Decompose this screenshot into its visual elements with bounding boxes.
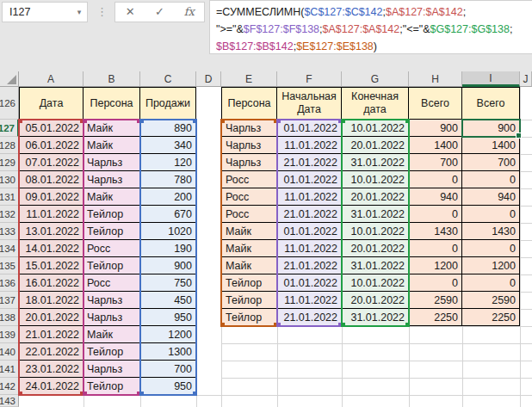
cell-F135[interactable]: 21.01.2022 <box>277 257 342 274</box>
cell-B127[interactable]: Майк <box>84 120 140 137</box>
row-header-139[interactable]: 139 <box>0 326 19 343</box>
column-header-H[interactable]: H <box>409 71 462 87</box>
row-header-135[interactable]: 135 <box>0 257 19 274</box>
cell-A138[interactable]: 20.01.2022 <box>19 309 84 326</box>
cell-B138[interactable]: Чарльз <box>84 309 140 326</box>
cell-H136[interactable]: 0 <box>409 274 462 292</box>
cell-F128[interactable]: 11.01.2022 <box>277 137 342 154</box>
cell-H126[interactable]: Всего <box>409 87 462 120</box>
cell-F133[interactable]: 01.01.2022 <box>277 223 342 240</box>
cell-B140[interactable]: Тейлор <box>84 343 140 361</box>
cell-F136[interactable]: 01.01.2022 <box>277 274 342 292</box>
cell-G132[interactable]: 31.01.2022 <box>342 206 409 223</box>
cell-C140[interactable]: 1300 <box>140 343 196 361</box>
row-header-138[interactable]: 138 <box>0 309 19 326</box>
cell-F129[interactable]: 21.01.2022 <box>277 154 342 171</box>
cell-C134[interactable]: 190 <box>140 240 196 257</box>
row-header-137[interactable]: 137 <box>0 292 19 309</box>
row-header-140[interactable]: 140 <box>0 343 19 361</box>
cell-C136[interactable]: 750 <box>140 274 196 292</box>
cell-B129[interactable]: Чарльз <box>84 154 140 171</box>
cell-B128[interactable]: Майк <box>84 137 140 154</box>
column-header-D[interactable]: D <box>196 71 221 87</box>
cell-C138[interactable]: 950 <box>140 309 196 326</box>
cancel-icon[interactable]: ✕ <box>117 3 143 22</box>
formula-input[interactable]: =СУММЕСЛИМН($C$127:$C$142;$A$127:$A$142;… <box>209 0 532 54</box>
cell-A134[interactable]: 14.01.2022 <box>19 240 84 257</box>
column-header-E[interactable]: E <box>221 71 277 87</box>
cell-G133[interactable]: 10.01.2022 <box>342 223 409 240</box>
column-header-C[interactable]: C <box>140 71 196 87</box>
cell-G134[interactable]: 20.01.2022 <box>342 240 409 257</box>
cell-B137[interactable]: Чарльз <box>84 292 140 309</box>
cell-F132[interactable]: 21.01.2022 <box>277 206 342 223</box>
cell-I128[interactable]: 1400 <box>462 137 520 154</box>
column-header-G[interactable]: G <box>342 71 409 87</box>
enter-icon[interactable]: ✓ <box>146 3 172 22</box>
cell-E130[interactable]: Росс <box>221 171 277 188</box>
row-header-131[interactable]: 131 <box>0 188 19 206</box>
row-header-136[interactable]: 136 <box>0 274 19 292</box>
cell-C139[interactable]: 1200 <box>140 326 196 343</box>
name-box-dropdown-icon[interactable]: ▾ <box>71 8 87 16</box>
cell-C132[interactable]: 670 <box>140 206 196 223</box>
cell-F131[interactable]: 11.01.2022 <box>277 188 342 206</box>
cell-F130[interactable]: 01.01.2022 <box>277 171 342 188</box>
row-header-134[interactable]: 134 <box>0 240 19 257</box>
cell-C126[interactable]: Продажи <box>140 87 196 120</box>
cell-C128[interactable]: 340 <box>140 137 196 154</box>
row-header-130[interactable]: 130 <box>0 171 19 188</box>
cell-A131[interactable]: 09.01.2022 <box>19 188 84 206</box>
cell-E136[interactable]: Тейлор <box>221 274 277 292</box>
cell-B126[interactable]: Персона <box>84 87 140 120</box>
cell-C135[interactable]: 900 <box>140 257 196 274</box>
cell-G130[interactable]: 10.01.2022 <box>342 171 409 188</box>
cell-H132[interactable]: 0 <box>409 206 462 223</box>
cell-H130[interactable]: 0 <box>409 171 462 188</box>
cell-F138[interactable]: 21.01.2022 <box>277 309 342 326</box>
row-header-132[interactable]: 132 <box>0 206 19 223</box>
cell-E137[interactable]: Тейлор <box>221 292 277 309</box>
cell-A136[interactable]: 16.01.2022 <box>19 274 84 292</box>
row-header-127[interactable]: 127 <box>0 120 19 137</box>
cell-I131[interactable]: 940 <box>462 188 520 206</box>
cell-I129[interactable]: 700 <box>462 154 520 171</box>
cell-H127[interactable]: 900 <box>409 120 462 137</box>
cell-A130[interactable]: 08.01.2022 <box>19 171 84 188</box>
cell-F126[interactable]: Начальная Дата <box>277 87 342 120</box>
cell-B141[interactable]: Чарльз <box>84 361 140 378</box>
cell-H135[interactable]: 1200 <box>409 257 462 274</box>
cell-A140[interactable]: 22.01.2022 <box>19 343 84 361</box>
cell-I132[interactable]: 0 <box>462 206 520 223</box>
row-header-142[interactable]: 142 <box>0 378 19 395</box>
cell-A142[interactable]: 24.01.2022 <box>19 378 84 395</box>
name-box[interactable]: I127 ▾ <box>2 2 88 22</box>
cell-I130[interactable]: 0 <box>462 171 520 188</box>
cell-C131[interactable]: 200 <box>140 188 196 206</box>
cell-A135[interactable]: 15.01.2022 <box>19 257 84 274</box>
cell-B139[interactable]: Майк <box>84 326 140 343</box>
cell-F134[interactable]: 11.01.2022 <box>277 240 342 257</box>
select-all-button[interactable] <box>0 71 19 87</box>
row-header-133[interactable]: 133 <box>0 223 19 240</box>
cell-E131[interactable]: Росс <box>221 188 277 206</box>
cell-A133[interactable]: 13.01.2022 <box>19 223 84 240</box>
cell-C130[interactable]: 780 <box>140 171 196 188</box>
cell-G129[interactable]: 31.01.2022 <box>342 154 409 171</box>
column-header-J[interactable]: J <box>520 71 532 87</box>
cell-E126[interactable]: Персона <box>221 87 277 120</box>
cell-H138[interactable]: 2250 <box>409 309 462 326</box>
cell-I126[interactable]: Всего <box>462 87 520 120</box>
cell-A139[interactable]: 21.01.2022 <box>19 326 84 343</box>
cell-A127[interactable]: 05.01.2022 <box>19 120 84 137</box>
row-header-126[interactable]: 126 <box>0 87 19 120</box>
cell-C127[interactable]: 890 <box>140 120 196 137</box>
cell-B136[interactable]: Росс <box>84 274 140 292</box>
cell-I133[interactable]: 1430 <box>462 223 520 240</box>
cell-G126[interactable]: Конечная дата <box>342 87 409 120</box>
cell-B133[interactable]: Тейлор <box>84 223 140 240</box>
cell-E133[interactable]: Майк <box>221 223 277 240</box>
cell-I135[interactable]: 1200 <box>462 257 520 274</box>
cell-I136[interactable]: 0 <box>462 274 520 292</box>
cell-E128[interactable]: Чарльз <box>221 137 277 154</box>
